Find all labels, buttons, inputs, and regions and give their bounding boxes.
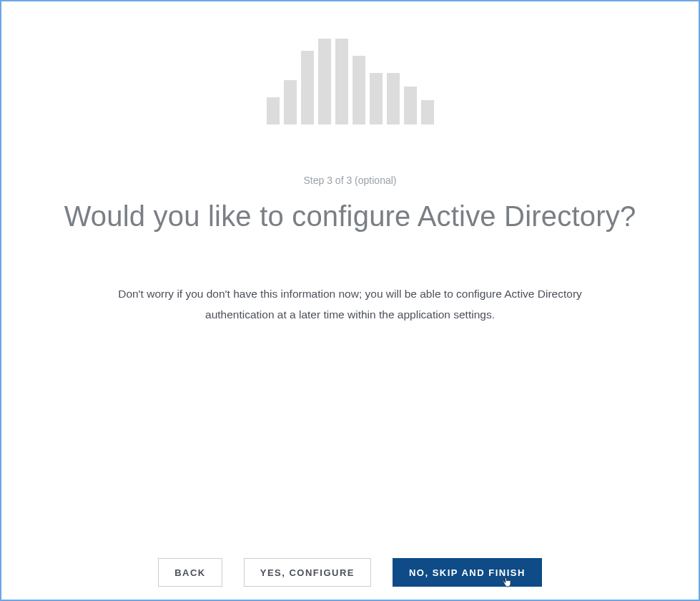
logo-bar — [387, 73, 400, 124]
no-skip-finish-label: No, Skip and Finish — [409, 567, 526, 578]
page-title: Would you like to configure Active Direc… — [1, 199, 699, 233]
logo-bar — [267, 97, 280, 124]
brand-bars-logo — [1, 31, 699, 124]
page-description: Don't worry if you don't have this infor… — [93, 283, 608, 326]
logo-bar — [318, 39, 331, 124]
wizard-footer-buttons: Back Yes, Configure No, Skip and Finish — [1, 558, 699, 587]
logo-bar — [284, 80, 297, 124]
yes-configure-button[interactable]: Yes, Configure — [244, 558, 371, 587]
step-indicator-label: Step 3 of 3 (optional) — [1, 175, 699, 186]
logo-bar — [404, 87, 417, 124]
logo-bar — [353, 56, 365, 124]
back-button[interactable]: Back — [158, 558, 222, 587]
logo-bar — [370, 73, 383, 124]
no-skip-finish-button[interactable]: No, Skip and Finish — [393, 558, 542, 587]
setup-wizard-frame: Step 3 of 3 (optional) Would you like to… — [0, 0, 700, 601]
logo-bar — [421, 100, 434, 124]
logo-bar — [301, 51, 314, 124]
logo-bar — [335, 39, 348, 124]
